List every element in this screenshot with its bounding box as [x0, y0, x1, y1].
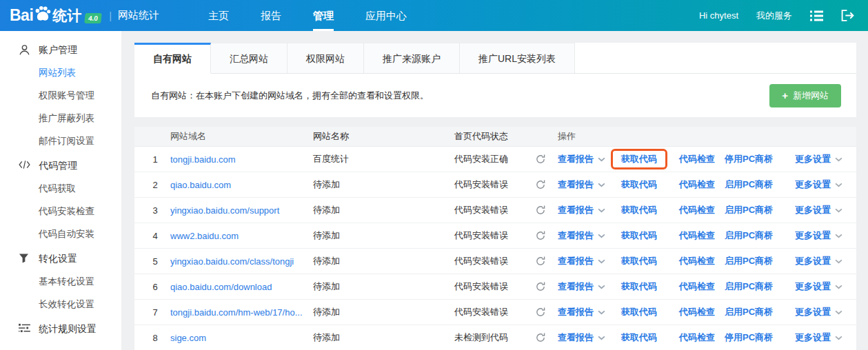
sidebar-section-3[interactable]: 统计规则设置 [0, 318, 121, 340]
more-settings[interactable]: 更多设置 [795, 280, 842, 293]
tab-0[interactable]: 自有网站 [134, 43, 211, 74]
more-settings[interactable]: 更多设置 [795, 229, 842, 242]
tab-1[interactable]: 汇总网站 [211, 43, 287, 73]
refresh-icon[interactable] [536, 205, 545, 215]
tab-3[interactable]: 推广来源账户 [364, 43, 460, 73]
more-settings[interactable]: 更多设置 [795, 255, 842, 267]
domain-cell: sige.com [170, 333, 313, 343]
sidebar-item-2-0[interactable]: 基本转化设置 [0, 270, 121, 293]
sidebar-item-0-2[interactable]: 推广屏蔽列表 [0, 107, 121, 130]
list-icon[interactable] [810, 10, 823, 21]
more-settings-link[interactable]: 更多设置 [795, 204, 831, 216]
view-report-link[interactable]: 查看报告 [558, 306, 594, 318]
code-check-link[interactable]: 代码检查 [679, 178, 715, 191]
get-code-link[interactable]: 获取代码 [621, 256, 657, 266]
refresh-icon[interactable] [536, 154, 545, 164]
actions-cell: 查看报告获取代码代码检查启用PC商桥更多设置 [555, 276, 856, 297]
refresh-icon[interactable] [536, 282, 545, 291]
user-greeting[interactable]: Hi chytest [699, 10, 738, 21]
get-code-link[interactable]: 获取代码 [621, 205, 657, 215]
refresh-icon[interactable] [536, 333, 545, 342]
my-services-link[interactable]: 我的服务 [756, 10, 792, 22]
view-report-link[interactable]: 查看报告 [558, 280, 594, 293]
sidebar-item-1-2[interactable]: 代码自动安装 [0, 223, 121, 245]
view-report-link[interactable]: 查看报告 [558, 229, 594, 242]
more-settings[interactable]: 更多设置 [795, 153, 842, 165]
baidu-tongji-logo[interactable]: Bai 统计 4.0 | 网站统计 [10, 5, 159, 27]
sliders-icon [19, 323, 30, 335]
nav-item-1[interactable]: 报告 [261, 0, 281, 31]
refresh-icon[interactable] [536, 180, 545, 189]
sidebar-item-1-0[interactable]: 代码获取 [0, 177, 121, 200]
domain-link[interactable]: qiao.baidu.com/download [170, 282, 272, 292]
more-settings-link[interactable]: 更多设置 [795, 306, 831, 318]
domain-link[interactable]: yingxiao.baidu.com/support [170, 205, 279, 216]
pc-bridge-link[interactable]: 启用PC商桥 [725, 255, 773, 267]
domain-link[interactable]: tongji.baidu.com/hm-web/17/ho... [170, 307, 303, 318]
code-check-link[interactable]: 代码检查 [679, 255, 715, 267]
view-report-link[interactable]: 查看报告 [558, 255, 594, 267]
get-code-link[interactable]: 获取代码 [621, 332, 657, 342]
refresh-icon[interactable] [536, 231, 545, 240]
sidebar-section-1[interactable]: 代码管理 [0, 154, 121, 177]
more-settings[interactable]: 更多设置 [795, 204, 842, 216]
sidebar-item-2-1[interactable]: 长效转化设置 [0, 293, 121, 316]
logout-icon[interactable] [841, 10, 854, 21]
view-report-link[interactable]: 查看报告 [558, 153, 594, 165]
more-settings-link[interactable]: 更多设置 [795, 331, 831, 344]
view-report-link[interactable]: 查看报告 [558, 204, 594, 216]
tab-4[interactable]: 推广URL安装列表 [460, 43, 575, 73]
more-settings[interactable]: 更多设置 [795, 331, 842, 344]
sidebar-item-1-1[interactable]: 代码安装检查 [0, 200, 121, 223]
pc-bridge-link[interactable]: 启用PC商桥 [725, 178, 773, 191]
get-code-link[interactable]: 获取代码 [621, 281, 657, 291]
refresh-icon[interactable] [536, 307, 545, 317]
domain-cell: tongji.baidu.com [170, 154, 313, 165]
get-code-link[interactable]: 获取代码 [621, 307, 657, 317]
more-settings[interactable]: 更多设置 [795, 306, 842, 318]
more-settings-link[interactable]: 更多设置 [795, 229, 831, 242]
chevron-down-icon [835, 234, 842, 238]
pc-bridge-link[interactable]: 启用PC商桥 [725, 280, 773, 293]
code-check-link[interactable]: 代码检查 [679, 331, 715, 344]
code-check-link[interactable]: 代码检查 [679, 229, 715, 242]
pc-bridge-link[interactable]: 停用PC商桥 [725, 153, 773, 165]
sidebar-item-0-1[interactable]: 权限账号管理 [0, 84, 121, 107]
pc-bridge-link[interactable]: 启用PC商桥 [725, 229, 773, 242]
get-code-link[interactable]: 获取代码 [621, 154, 657, 164]
code-check-link[interactable]: 代码检查 [679, 280, 715, 293]
pc-bridge-link[interactable]: 停用PC商桥 [725, 331, 773, 344]
sidebar-item-0-0[interactable]: 网站列表 [0, 61, 121, 84]
refresh-icon[interactable] [536, 256, 545, 266]
nav-item-3[interactable]: 应用中心 [365, 0, 407, 31]
domain-link[interactable]: tongji.baidu.com [170, 154, 236, 165]
get-code-link[interactable]: 获取代码 [621, 179, 657, 189]
domain-link[interactable]: www2.baidu.com [170, 231, 239, 241]
code-check-link[interactable]: 代码检查 [679, 153, 715, 165]
sidebar-section-2[interactable]: 转化设置 [0, 247, 121, 270]
more-settings-link[interactable]: 更多设置 [795, 178, 831, 191]
view-report-link[interactable]: 查看报告 [558, 331, 594, 344]
more-settings-link[interactable]: 更多设置 [795, 153, 831, 165]
domain-link[interactable]: qiao.baidu.com [170, 180, 231, 190]
add-site-button[interactable]: + 新增网站 [769, 84, 841, 107]
code-check-link[interactable]: 代码检查 [679, 204, 715, 216]
more-settings[interactable]: 更多设置 [795, 178, 842, 191]
code-check-link[interactable]: 代码检查 [679, 306, 715, 318]
tab-2[interactable]: 权限网站 [287, 43, 364, 73]
pc-bridge-link[interactable]: 启用PC商桥 [725, 204, 773, 216]
top-nav: 主页报告管理应用中心 [192, 0, 423, 31]
nav-item-2[interactable]: 管理 [313, 0, 334, 31]
actions-cell: 查看报告获取代码代码检查启用PC商桥更多设置 [555, 251, 856, 271]
get-code-link[interactable]: 获取代码 [621, 230, 657, 240]
sidebar-item-0-3[interactable]: 邮件订阅设置 [0, 130, 121, 152]
nav-item-0[interactable]: 主页 [208, 0, 229, 31]
view-report-link[interactable]: 查看报告 [558, 178, 594, 191]
sidebar-section-0[interactable]: 账户管理 [0, 39, 121, 61]
domain-link[interactable]: sige.com [170, 333, 206, 343]
more-settings-link[interactable]: 更多设置 [795, 280, 831, 293]
domain-link[interactable]: yingxiao.baidu.com/class/tongji [170, 256, 294, 267]
table-row: 5yingxiao.baidu.com/class/tongji待添加代码安装错… [134, 249, 856, 274]
more-settings-link[interactable]: 更多设置 [795, 255, 831, 267]
pc-bridge-link[interactable]: 启用PC商桥 [725, 306, 773, 318]
